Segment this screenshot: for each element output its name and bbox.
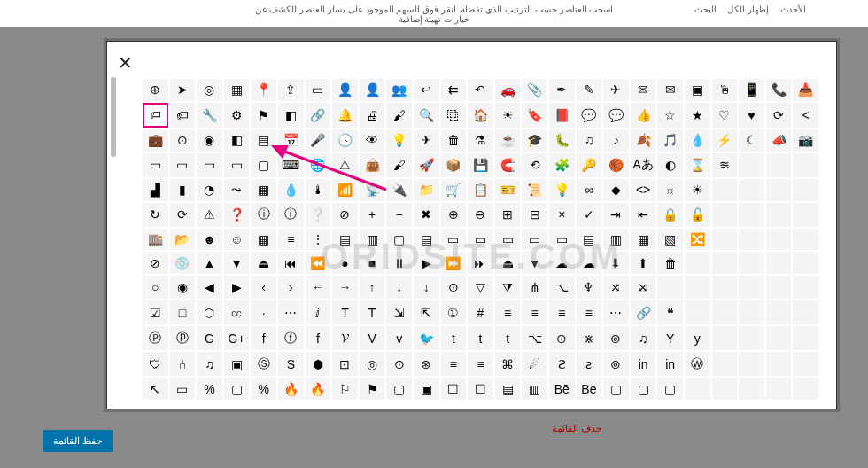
battery-empty-icon[interactable]: ▭ <box>143 153 168 177</box>
brush-icon[interactable]: 🖌 <box>386 103 412 128</box>
lastfm-icon[interactable]: ⌘ <box>495 352 521 376</box>
eject-icon[interactable]: ⏏ <box>251 252 276 274</box>
prev-icon[interactable]: ⏮ <box>278 252 304 274</box>
login-icon[interactable]: ⇥ <box>603 203 629 227</box>
window2-icon[interactable]: ▢ <box>386 229 412 251</box>
album-icon[interactable]: ▢ <box>224 378 250 400</box>
user-add-icon[interactable]: 👤 <box>332 79 358 101</box>
angle-left-icon[interactable]: ‹ <box>251 276 276 299</box>
form-icon[interactable]: ▤ <box>414 229 439 251</box>
github-icon[interactable]: ⌥ <box>522 326 547 350</box>
percent-icon[interactable]: % <box>197 378 222 400</box>
droplets-icon[interactable]: 💧 <box>278 179 304 201</box>
briefcase-icon[interactable]: 💼 <box>143 129 168 152</box>
approve-icon[interactable]: ◧ <box>224 129 250 152</box>
pin-circle-icon[interactable]: ⊙ <box>386 352 412 376</box>
square3-icon[interactable]: ▢ <box>603 378 629 400</box>
twitter-alt-icon[interactable]: t <box>441 326 467 350</box>
flag-icon[interactable]: ⚑ <box>251 103 276 128</box>
folder-open-icon[interactable]: 📂 <box>170 229 196 251</box>
close-icon[interactable]: ✖ <box>414 203 439 227</box>
dot-icon[interactable]: · <box>251 300 276 324</box>
upload-icon[interactable]: ⬆ <box>631 252 656 274</box>
blank3-icon[interactable] <box>793 153 818 177</box>
stumble-alt-icon[interactable]: ꙅ <box>577 352 602 376</box>
lock-icon[interactable]: 🔒 <box>657 203 683 227</box>
minus-square-icon[interactable]: ⊟ <box>522 203 547 227</box>
language-icon[interactable]: Aあ <box>631 153 656 177</box>
cc-icon[interactable]: ㏄ <box>224 300 250 324</box>
save-icon[interactable]: 💾 <box>468 153 493 177</box>
link2-icon[interactable]: 🔗 <box>631 300 656 324</box>
thermometer-icon[interactable]: 🌡 <box>306 179 331 201</box>
keyboard-icon[interactable]: ⌨ <box>278 153 304 177</box>
share-icon[interactable]: < <box>793 103 818 128</box>
blank8-icon[interactable] <box>712 203 738 227</box>
linkedin-icon[interactable]: in <box>657 352 683 376</box>
hourglass-icon[interactable]: ⌛ <box>685 153 710 177</box>
hash-icon[interactable]: # <box>468 300 493 324</box>
inbox2-icon[interactable]: ▣ <box>224 352 250 376</box>
block-icon[interactable]: ⊘ <box>332 203 358 227</box>
calendar-icon[interactable]: 📅 <box>278 129 304 152</box>
store-icon[interactable]: 🏬 <box>143 229 168 251</box>
percent2-icon[interactable]: % <box>251 378 276 400</box>
bolt-icon[interactable]: ⚡ <box>712 129 738 152</box>
plug-icon[interactable]: 🔌 <box>386 179 412 201</box>
blank27-icon[interactable] <box>685 300 710 324</box>
alert-icon[interactable]: ⚠ <box>197 203 222 227</box>
list-icon[interactable]: ≡ <box>278 229 304 251</box>
blank7-icon[interactable] <box>793 179 818 201</box>
size-icon[interactable]: ⇲ <box>386 300 412 324</box>
battery-low-icon[interactable]: ▭ <box>170 153 196 177</box>
blank23-icon[interactable] <box>712 276 738 299</box>
tab-recent[interactable]: الأحدث <box>780 4 806 14</box>
battery-full-icon[interactable]: ▭ <box>224 153 250 177</box>
tag-icon[interactable]: 🏷 <box>143 103 168 128</box>
blank25-icon[interactable] <box>766 276 792 299</box>
trash-icon[interactable]: 🗑 <box>441 129 467 152</box>
blank16-icon[interactable] <box>685 252 710 274</box>
more-icon[interactable]: ⋯ <box>603 300 629 324</box>
paint-icon[interactable]: 🖌 <box>386 153 412 177</box>
spotify-icon[interactable]: ♫ <box>631 326 656 350</box>
merge-icon[interactable]: ⤩ <box>631 276 656 299</box>
align-left-icon[interactable]: ≡ <box>495 300 521 324</box>
folder-icon[interactable]: 📁 <box>414 179 439 201</box>
blank32-icon[interactable] <box>712 326 738 350</box>
tumblr-icon[interactable]: t <box>468 326 493 350</box>
fire-icon[interactable]: 🔥 <box>278 378 304 400</box>
trash2-icon[interactable]: 🗑 <box>657 252 683 274</box>
tags-icon[interactable]: 🏷 <box>170 103 196 128</box>
clock-icon[interactable]: 🕓 <box>332 129 358 152</box>
eject2-icon[interactable]: ⏏ <box>495 252 521 274</box>
box2-icon[interactable]: ☐ <box>468 378 493 400</box>
yelp-icon[interactable]: Y <box>657 326 683 350</box>
align-center-icon[interactable]: ≡ <box>549 300 575 324</box>
rss-icon[interactable]: 📡 <box>360 179 385 201</box>
blank43-icon[interactable] <box>766 378 792 400</box>
sync-icon[interactable]: ⟳ <box>170 203 196 227</box>
bug-icon[interactable]: 🐛 <box>549 129 575 152</box>
blank29-icon[interactable] <box>739 300 764 324</box>
arrow-up-icon[interactable]: ↑ <box>360 276 385 299</box>
note2-icon[interactable]: ▭ <box>441 229 467 251</box>
vinyl-icon[interactable]: 💿 <box>170 252 196 274</box>
rewind-icon[interactable]: ⏪ <box>306 252 331 274</box>
mail-icon[interactable]: ✉ <box>631 79 656 101</box>
map-marker-icon[interactable]: 📍 <box>251 79 276 101</box>
long-down-icon[interactable]: ↓ <box>414 276 439 299</box>
home-icon[interactable]: 🏠 <box>468 103 493 128</box>
record-icon[interactable]: ● <box>332 252 358 274</box>
cards-icon[interactable]: ▤ <box>332 229 358 251</box>
question-icon[interactable]: ❓ <box>224 203 250 227</box>
plus-icon[interactable]: + <box>360 203 385 227</box>
key-icon[interactable]: 🔑 <box>577 153 602 177</box>
skype-alt-icon[interactable]: S <box>278 352 304 376</box>
water-icon[interactable]: ≋ <box>712 153 738 177</box>
window-icon[interactable]: ▢ <box>251 153 276 177</box>
dropbox-icon[interactable]: ⬢ <box>306 352 331 376</box>
mobile-icon[interactable]: 📱 <box>739 79 764 101</box>
blank19-icon[interactable] <box>766 252 792 274</box>
envelope-icon[interactable]: ▣ <box>685 79 710 101</box>
